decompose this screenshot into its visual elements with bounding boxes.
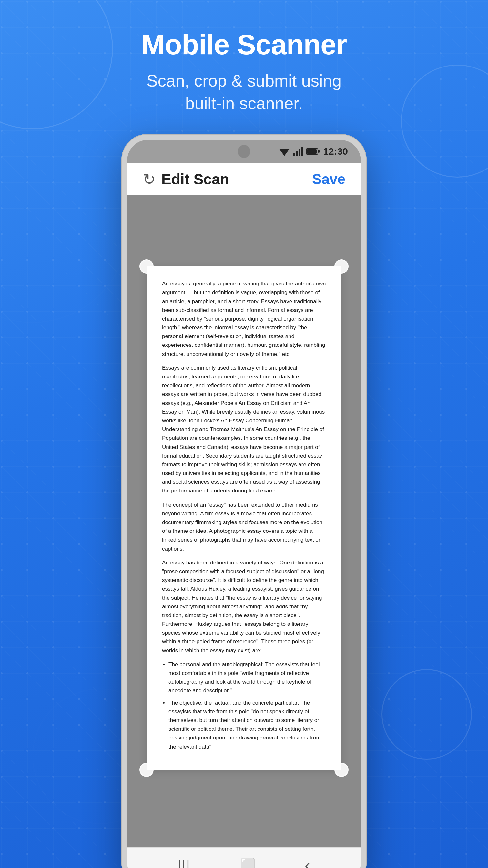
- crop-handle-tr[interactable]: [334, 259, 349, 274]
- page-title: Mobile Scanner: [131, 29, 357, 60]
- doc-paragraph-1: An essay is, generally, a piece of writi…: [162, 279, 326, 359]
- nav-back-icon[interactable]: ‹: [305, 856, 310, 868]
- document-paper: An essay is, generally, a piece of writi…: [147, 267, 341, 770]
- svg-rect-6: [293, 153, 295, 156]
- phone-mockup: 12:30 ↻ Edit Scan Save: [121, 134, 367, 868]
- crop-line-top: [147, 267, 341, 267]
- header-section: Mobile Scanner Scan, crop & submit using…: [131, 0, 357, 134]
- phone-frame: 12:30 ↻ Edit Scan Save: [121, 134, 367, 868]
- crop-handle-tl[interactable]: [139, 259, 154, 274]
- crop-handle-bl[interactable]: [139, 763, 154, 777]
- svg-rect-9: [301, 147, 303, 156]
- svg-marker-5: [279, 149, 290, 156]
- crop-line-left: [147, 267, 147, 770]
- scan-bottom-area: [127, 789, 361, 847]
- wifi-icon: [279, 147, 290, 156]
- document-text: An essay is, generally, a piece of writi…: [162, 279, 326, 751]
- scan-top-area: [127, 195, 361, 247]
- doc-paragraph-4: An essay has been defined in a variety o…: [162, 558, 326, 655]
- crop-line-bottom: [147, 769, 341, 770]
- nav-bar: ||| ⬜ ‹: [127, 847, 361, 868]
- doc-list-item-1: The personal and the autobiographical: T…: [168, 660, 326, 695]
- phone-screen: 12:30 ↻ Edit Scan Save: [127, 140, 361, 868]
- save-button[interactable]: Save: [312, 171, 345, 187]
- status-time: 12:30: [323, 146, 348, 157]
- camera-circle: [237, 145, 251, 158]
- svg-rect-8: [298, 149, 300, 156]
- doc-list-item-2: The objective, the factual, and the conc…: [168, 699, 326, 751]
- app-bar-left: ↻ Edit Scan: [143, 170, 229, 188]
- nav-home-icon[interactable]: ⬜: [240, 858, 255, 868]
- svg-rect-12: [307, 149, 317, 154]
- page-subtitle: Scan, crop & submit using built-in scann…: [131, 69, 357, 115]
- doc-paragraph-3: The concept of an "essay" has been exten…: [162, 500, 326, 553]
- crop-handle-br[interactable]: [334, 763, 349, 777]
- doc-paragraph-2: Essays are commonly used as literary cri…: [162, 364, 326, 495]
- battery-icon: [306, 148, 320, 155]
- app-bar: ↻ Edit Scan Save: [127, 163, 361, 195]
- svg-rect-7: [296, 151, 298, 156]
- app-bar-title: Edit Scan: [161, 170, 229, 188]
- doc-list: The personal and the autobiographical: T…: [168, 660, 326, 751]
- signal-icon: [293, 147, 303, 156]
- status-bar: 12:30: [127, 140, 361, 163]
- svg-rect-11: [318, 150, 320, 153]
- refresh-icon[interactable]: ↻: [143, 170, 156, 188]
- status-icons: 12:30: [279, 146, 348, 157]
- crop-line-right: [341, 267, 341, 770]
- document-container: An essay is, generally, a piece of writi…: [127, 247, 361, 789]
- nav-menu-icon[interactable]: |||: [178, 858, 191, 868]
